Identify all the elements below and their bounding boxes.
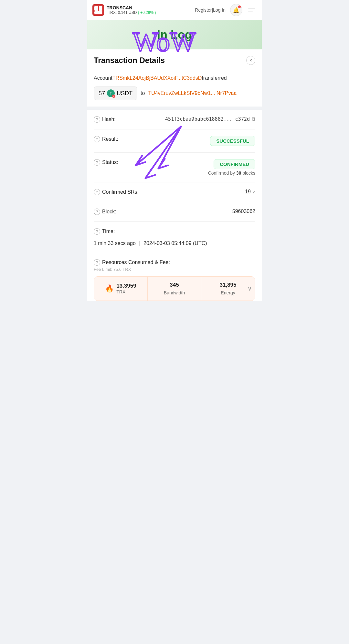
- result-label-wrap: ? Result:: [94, 136, 123, 142]
- block-value-wrap: 59603062: [232, 209, 255, 214]
- to-label: to: [141, 90, 145, 96]
- recipient-address[interactable]: TU4vEruvZwLLkSfV9bNw1... Nr7Pvaa: [148, 90, 237, 96]
- menu-line-1: [248, 8, 255, 8]
- srs-label: Confirmed SRs:: [102, 189, 139, 195]
- register-link[interactable]: Register: [195, 7, 212, 13]
- header: TRONSCAN TRX: 0.141 USD ( +0.29% ) Regis…: [87, 0, 262, 20]
- srs-number: 19: [245, 189, 251, 195]
- logo-brand: TRONSCAN TRX: 0.141 USD ( +0.29% ): [107, 5, 156, 15]
- status-confirmed-badge: CONFIRMED: [214, 159, 255, 169]
- resources-help-icon[interactable]: ?: [94, 259, 100, 266]
- block-label: Block:: [102, 209, 116, 215]
- account-prefix: Account: [94, 75, 112, 81]
- resources-label: Resources Consumed & Fee:: [102, 260, 170, 265]
- logo-area: TRONSCAN TRX: 0.141 USD ( +0.29% ): [92, 4, 156, 16]
- status-label: Status:: [102, 159, 118, 165]
- usdt-sub-icon: V: [112, 95, 115, 98]
- time-row: ? Time: 1 min 33 secs ago | 2024-03-03 0…: [94, 222, 255, 253]
- logo-text: TRONSCAN: [107, 5, 156, 10]
- hash-label-wrap: ? Hash:: [94, 116, 123, 123]
- bandwidth-label: Bandwidth: [164, 290, 185, 295]
- time-label: Time:: [102, 229, 115, 234]
- copy-hash-button[interactable]: ⧉: [252, 116, 255, 122]
- fee-limit-text: Fee Limit: 75.6 TRX: [94, 267, 255, 276]
- hash-value: 451f3cbaa9babc618882... c372d: [165, 116, 250, 122]
- srs-help-icon[interactable]: ?: [94, 189, 100, 195]
- svg-rect-2: [94, 6, 98, 11]
- time-separator: |: [139, 240, 140, 246]
- tx-account-line: AccountTRSmkL24AojBjBAUdXXoiF...tC3ddsDt…: [94, 74, 255, 82]
- energy-label: Energy: [221, 290, 235, 295]
- resources-label-row: ? Resources Consumed & Fee:: [94, 253, 255, 267]
- page-title: Transaction Details: [94, 56, 165, 65]
- svg-rect-4: [94, 11, 102, 14]
- block-label-wrap: ? Block:: [94, 209, 123, 215]
- block-number[interactable]: 59603062: [232, 209, 255, 214]
- block-row: ? Block: 59603062: [94, 202, 255, 222]
- time-values: 1 min 33 secs ago | 2024-03-03 05:44:09 …: [94, 240, 207, 246]
- status-label-wrap: ? Status:: [94, 159, 123, 166]
- hash-value-wrap: 451f3cbaa9babc618882... c372d ⧉: [165, 116, 255, 122]
- time-ago: 1 min 33 secs ago: [94, 240, 136, 246]
- status-value-col: CONFIRMED Confirmed by 30 blocks: [208, 159, 255, 176]
- energy-amount: 31,895: [220, 282, 237, 288]
- resources-table: 🔥 13.3959 TRX 345 Bandwidth 31,895 Energ…: [94, 276, 255, 301]
- srs-expand-icon[interactable]: ∨: [252, 189, 255, 194]
- header-auth: Register|Log In: [195, 7, 226, 13]
- page-title-bar: Transaction Details ×: [87, 49, 262, 69]
- svg-rect-3: [99, 6, 102, 11]
- resources-expand-button[interactable]: ∨: [248, 285, 252, 292]
- trx-label: TRX: [116, 289, 136, 294]
- transferred-text: transferred: [202, 75, 227, 81]
- top-banner: In Log WoW: [87, 20, 262, 49]
- block-help-icon[interactable]: ?: [94, 209, 100, 215]
- srs-value-wrap[interactable]: 19 ∨: [245, 189, 255, 195]
- sender-address[interactable]: TRSmkL24AojBjBAUdXXoiF...tC3ddsD: [112, 75, 202, 81]
- close-button[interactable]: ×: [246, 56, 255, 65]
- details-card: ? Hash: 451f3cbaa9babc618882... c372d ⧉ …: [87, 110, 262, 253]
- result-value-wrap: SUCCESSFUL: [210, 136, 255, 146]
- bandwidth-resource-col: 345 Bandwidth: [148, 277, 201, 301]
- transaction-summary: AccountTRSmkL24AojBjBAUdXXoiF...tC3ddsDt…: [87, 69, 262, 107]
- time-help-icon[interactable]: ?: [94, 228, 100, 235]
- amount-value: 57: [99, 90, 105, 97]
- hash-label: Hash:: [102, 117, 116, 122]
- hash-row: ? Hash: 451f3cbaa9babc618882... c372d ⧉: [94, 110, 255, 129]
- status-row: ? Status: CONFIRMED Confirmed by 30 bloc…: [94, 153, 255, 182]
- tx-amount-row: 57 T V USDT to TU4vEruvZwLLkSfV9bNw1... …: [94, 87, 255, 100]
- result-label: Result:: [102, 136, 118, 142]
- confirmed-by-text: Confirmed by 30 blocks: [208, 170, 255, 176]
- trx-amount: 13.3959: [116, 283, 136, 289]
- confirmed-srs-row: ? Confirmed SRs: 19 ∨: [94, 182, 255, 202]
- resources-section: ? Resources Consumed & Fee: Fee Limit: 7…: [87, 253, 262, 301]
- time-utc: 2024-03-03 05:44:09 (UTC): [143, 240, 207, 246]
- trx-price: TRX: 0.141 USD ( +0.29% ): [108, 10, 156, 15]
- status-help-icon[interactable]: ?: [94, 159, 100, 166]
- menu-line-2: [248, 10, 255, 10]
- result-row: ? Result: SUCCESSFUL: [94, 129, 255, 153]
- notification-bell-button[interactable]: 🔔: [230, 4, 242, 16]
- notification-dot: [238, 5, 241, 8]
- amount-badge: 57 T V USDT: [94, 87, 137, 100]
- result-badge: SUCCESSFUL: [210, 136, 255, 146]
- result-help-icon[interactable]: ?: [94, 136, 100, 142]
- time-label-wrap: ? Time:: [94, 228, 123, 235]
- login-link[interactable]: Log In: [213, 7, 226, 13]
- tronscan-logo-icon: [92, 4, 104, 16]
- confirmed-blocks-number: 30: [236, 170, 241, 176]
- token-name: USDT: [117, 90, 132, 97]
- trx-change: ( +0.29% ): [138, 10, 156, 15]
- srs-label-wrap: ? Confirmed SRs:: [94, 189, 139, 195]
- usdt-token-icon: T V: [107, 89, 115, 97]
- bandwidth-amount: 345: [170, 282, 179, 288]
- energy-resource-col: 31,895 Energy: [201, 277, 255, 301]
- menu-line-3: [248, 12, 253, 12]
- hash-help-icon[interactable]: ?: [94, 116, 100, 123]
- in-log-text: In Log: [87, 20, 262, 49]
- hamburger-menu-button[interactable]: [247, 6, 257, 14]
- header-right: Register|Log In 🔔: [195, 4, 257, 16]
- trx-resource-col: 🔥 13.3959 TRX: [94, 277, 148, 301]
- fire-icon: 🔥: [105, 284, 114, 293]
- trx-amount-col: 13.3959 TRX: [116, 283, 136, 294]
